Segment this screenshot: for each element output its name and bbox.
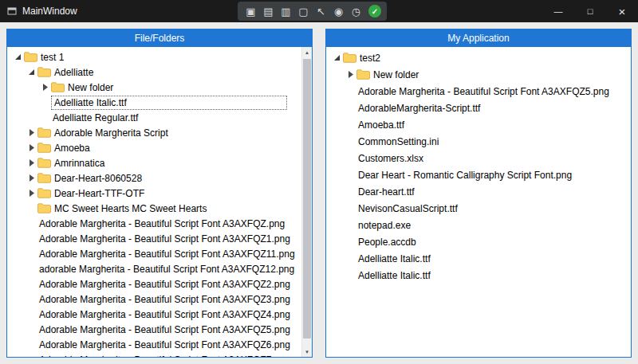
tree-item-label: Amoeba	[54, 143, 90, 154]
tree-item-label: Adelliatte Italic.ttf	[358, 253, 431, 264]
tree-item-label: New folder	[68, 82, 113, 93]
tree-item-label: Adorable Margherita - Beautiful Script F…	[39, 294, 290, 305]
tree-item[interactable]: Adelliatte Italic.ttf	[7, 95, 301, 110]
tree-item-label: MC Sweet Hearts MC Sweet Hearts	[54, 203, 207, 214]
cursor-capture-icon[interactable]: ↖	[313, 3, 329, 19]
tree-item-label: NevisonCasualScript.ttf	[358, 203, 458, 214]
tree-item-label: People.accdb	[358, 237, 416, 248]
tree-item-label: Adelliatte Italic.ttf	[358, 270, 431, 281]
record-icon[interactable]: ◉	[331, 3, 346, 19]
screen-share-icon[interactable]: ▥	[278, 3, 293, 19]
expander-expanded-icon[interactable]	[12, 53, 24, 61]
tree-item[interactable]: Adorable Margherita - Beautiful Script F…	[7, 307, 301, 322]
folder-icon	[37, 127, 53, 138]
tree-item[interactable]: Adelliatte	[7, 65, 301, 80]
tree-item[interactable]: Adorable Margherita - Beautiful Script F…	[326, 83, 631, 100]
tree-item[interactable]: MC Sweet Hearts MC Sweet Hearts	[7, 201, 301, 216]
tree-item[interactable]: Adorable Margherita - Beautiful Script F…	[7, 322, 301, 337]
tree-item[interactable]: Adorable Margherita - Beautiful Script F…	[7, 231, 301, 246]
video-camera-icon[interactable]: ▤	[261, 3, 276, 19]
window-capture-icon[interactable]: ▢	[296, 3, 311, 19]
scrollbar-thumb[interactable]	[303, 59, 311, 339]
tree-item[interactable]: Dear-Heart-TTF-OTF	[7, 186, 301, 201]
expander-collapsed-icon[interactable]	[26, 190, 37, 197]
tree-item[interactable]: Adorable Margherita - Beautiful Script F…	[7, 337, 301, 352]
folder-icon	[37, 158, 53, 168]
tree-item[interactable]: People.accdb	[326, 233, 631, 250]
tree-item-label: Dear-Heart-8060528	[54, 173, 142, 184]
expander-collapsed-icon[interactable]	[26, 174, 37, 182]
tree-item[interactable]: Amoeba.ttf	[326, 116, 631, 133]
tree-item[interactable]: Amoeba	[7, 140, 301, 155]
expander-collapsed-icon[interactable]	[26, 144, 37, 151]
tree-item-label: adorable Margherita - Beautiful Script F…	[39, 264, 294, 275]
scrollbar-down-icon[interactable]: ▼	[302, 346, 312, 357]
tree-item-label: Adorable Margherita - Beautiful Script F…	[39, 309, 290, 320]
tree-item-label: Adorable Margherita - Beautiful Script F…	[39, 339, 290, 350]
tree-item-label: test 1	[41, 52, 64, 63]
tree-item[interactable]: Dear-heart.ttf	[326, 183, 631, 200]
tree-item[interactable]: notepad.exe	[326, 217, 631, 233]
tree-item-label: Adorable Margherita - Beautiful Script F…	[358, 86, 609, 97]
tree-item-label: Adorable Margherita - Beautiful Script F…	[39, 249, 295, 260]
scrollbar-up-icon[interactable]: ▲	[302, 47, 312, 57]
expander-expanded-icon[interactable]	[331, 54, 343, 61]
tree-item[interactable]: Adorable Margherita Script	[7, 125, 301, 140]
status-check-icon[interactable]: ✓	[368, 5, 381, 18]
tree-item[interactable]: Adelliatte Italic.ttf	[326, 250, 631, 267]
expander-collapsed-icon[interactable]	[26, 159, 37, 166]
tree-item[interactable]: Adorable Margherita - Beautiful Script F…	[7, 292, 301, 307]
tree-item-label: Dear-heart.ttf	[358, 186, 415, 198]
files-tree: test 1AdelliatteNew folderAdelliatte Ita…	[7, 47, 301, 357]
folder-icon	[37, 203, 53, 213]
tree-item-label: CommonSetting.ini	[358, 136, 439, 147]
close-button[interactable]: ×	[606, 0, 638, 22]
tree-item[interactable]: Adorable Margherita - Beautiful Script F…	[7, 276, 301, 292]
folder-icon	[37, 173, 53, 183]
folder-icon	[37, 67, 53, 77]
application-panel-header: My Application	[326, 29, 631, 47]
tree-item-label: Adelliatte Italic.ttf	[51, 96, 287, 110]
tree-item-label: Customers.xlsx	[358, 153, 423, 164]
window-title: MainWindow	[22, 6, 77, 17]
tree-item[interactable]: Adelliatte Regular.ttf	[7, 110, 301, 125]
tree-item-label: Adorable Margherita Script	[54, 127, 168, 139]
folder-icon	[37, 143, 53, 153]
expander-collapsed-icon[interactable]	[39, 84, 51, 91]
tree-item-label: Amoeba.ttf	[358, 119, 404, 131]
tree-item[interactable]: Adorable Margherita - Beautiful Script F…	[7, 216, 301, 231]
tree-item[interactable]: New folder	[326, 66, 631, 83]
maximize-button[interactable]: □	[574, 0, 606, 22]
tree-item-label: New folder	[373, 69, 419, 80]
tree-item[interactable]: test 1	[7, 49, 301, 65]
files-panel: File/Folders test 1AdelliatteNew folderA…	[6, 29, 313, 358]
tree-item-label: Adorable Margherita - Beautiful Script F…	[39, 233, 290, 245]
tree-item[interactable]: New folder	[7, 80, 301, 95]
expander-collapsed-icon[interactable]	[26, 129, 37, 136]
tree-item-label: notepad.exe	[358, 220, 411, 231]
minimize-button[interactable]: —	[542, 0, 574, 22]
tree-item-label: Dear-Heart-TTF-OTF	[54, 188, 144, 199]
vertical-scrollbar[interactable]: ▲ ▼	[301, 47, 312, 357]
tree-item[interactable]: Adelliatte Italic.ttf	[326, 267, 631, 284]
tree-item[interactable]: Customers.xlsx	[326, 150, 631, 166]
tree-item[interactable]: adorable Margherita - Beautiful Script F…	[7, 261, 301, 276]
app-icon	[7, 6, 17, 16]
expander-expanded-icon[interactable]	[26, 68, 37, 76]
tree-item[interactable]: Dear Heart - Romantic Calligraphy Script…	[326, 166, 631, 183]
tree-item[interactable]: Dear-Heart-8060528	[7, 170, 301, 186]
tree-item-label: Adorable Margherita - Beautiful Script F…	[39, 354, 290, 358]
tree-item-label: Adelliatte	[54, 67, 93, 78]
tree-item[interactable]: Amrinnatica	[7, 155, 301, 170]
tree-item[interactable]: AdorableMargherita-Script.ttf	[326, 100, 631, 116]
tree-item[interactable]: CommonSetting.ini	[326, 133, 631, 150]
folder-icon	[51, 82, 66, 92]
folder-icon	[356, 69, 372, 80]
tree-item[interactable]: Adorable Margherita - Beautiful Script F…	[7, 246, 301, 261]
screen-draw-icon[interactable]: ▣	[243, 3, 258, 19]
expander-collapsed-icon[interactable]	[345, 71, 356, 78]
tree-item[interactable]: test2	[326, 49, 631, 66]
tree-item[interactable]: NevisonCasualScript.ttf	[326, 200, 631, 217]
timer-icon[interactable]: ◷	[349, 3, 364, 19]
tree-item[interactable]: Adorable Margherita - Beautiful Script F…	[7, 352, 301, 357]
